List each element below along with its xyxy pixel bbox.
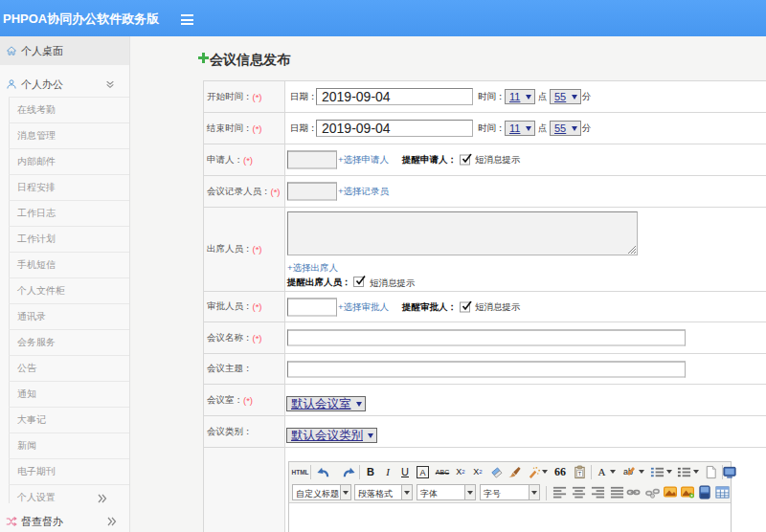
svg-text:T: T <box>578 471 582 477</box>
